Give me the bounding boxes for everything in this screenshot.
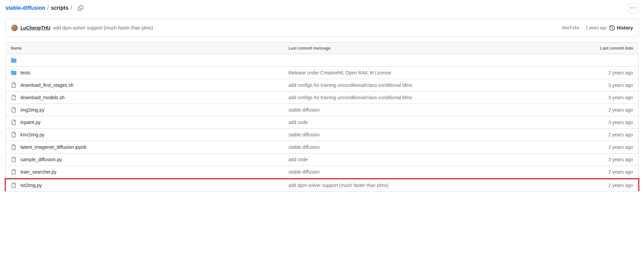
file-name-cell: txt2img.py xyxy=(11,183,288,188)
file-name-cell: train_searcher.py xyxy=(11,169,288,175)
column-header-date: Last commit date xyxy=(566,46,633,51)
avatar[interactable] xyxy=(11,24,18,31)
file-icon xyxy=(11,95,16,100)
file-link[interactable]: txt2img.py xyxy=(20,183,42,188)
commit-date: 2 years ago xyxy=(566,70,633,75)
commit-message-link[interactable]: stable diffusion xyxy=(288,169,566,175)
breadcrumb-separator: / xyxy=(47,5,49,11)
file-table: .. testsRelease under CreativeML Open RA… xyxy=(5,54,639,192)
table-row: download_first_stages.shadd configs for … xyxy=(6,79,638,91)
commit-message-link[interactable]: stable diffusion xyxy=(288,107,566,113)
commit-author-link[interactable]: LuChengTHU xyxy=(20,25,50,30)
commit-message-link[interactable]: add code xyxy=(288,120,566,125)
commit-date: 3 years ago xyxy=(566,120,633,125)
table-row: train_searcher.pystable diffusion2 years… xyxy=(6,166,638,178)
file-name-cell: inpaint.py xyxy=(11,120,288,125)
folder-link[interactable]: tests xyxy=(20,70,31,75)
file-icon xyxy=(11,82,16,88)
folder-icon xyxy=(11,70,16,75)
commit-message-link[interactable]: add dpm-solver support (much faster than… xyxy=(288,183,566,188)
table-row: sample_diffusion.pyadd code3 years ago xyxy=(6,153,638,166)
file-name-cell: knn2img.py xyxy=(11,132,288,137)
file-name-cell: latent_imagenet_diffusion.ipynb xyxy=(11,144,288,150)
latest-commit-header: LuChengTHU add dpm-solver support (much … xyxy=(6,19,638,37)
meta-separator: · xyxy=(582,25,583,30)
file-link[interactable]: latent_imagenet_diffusion.ipynb xyxy=(20,144,87,150)
breadcrumb-repo-link[interactable]: stable-diffusion xyxy=(5,5,45,11)
commit-message-link[interactable]: add dpm-solver support (much faster than… xyxy=(53,25,153,30)
table-row: knn2img.pystable diffusion2 years ago xyxy=(6,129,638,141)
file-name-cell: img2img.py xyxy=(11,107,288,113)
commit-meta: 8ee518a · 2 years ago History xyxy=(562,25,633,30)
commit-date: 2 years ago xyxy=(566,183,633,188)
file-name-cell: sample_diffusion.py xyxy=(11,157,288,162)
commit-message-link[interactable]: stable diffusion xyxy=(288,132,566,137)
commit-message-link[interactable]: add configs for training unconditional/c… xyxy=(288,82,566,88)
breadcrumb: stable-diffusion / scripts / xyxy=(5,4,85,12)
commit-message-link[interactable]: Release under CreativeML Open RAIL M Lic… xyxy=(288,70,566,75)
file-link[interactable]: download_models.sh xyxy=(20,95,65,100)
copy-icon xyxy=(78,5,83,11)
file-name-cell: download_models.sh xyxy=(11,95,288,100)
file-icon xyxy=(11,183,16,188)
table-row: latent_imagenet_diffusion.ipynbstable di… xyxy=(6,141,638,153)
file-icon xyxy=(11,132,16,137)
breadcrumb-current: scripts xyxy=(51,5,68,11)
parent-directory-label[interactable]: .. xyxy=(20,58,24,63)
history-link[interactable]: History xyxy=(609,25,633,30)
file-link[interactable]: download_first_stages.sh xyxy=(20,82,73,88)
file-icon xyxy=(11,169,16,175)
file-link[interactable]: knn2img.py xyxy=(20,132,45,137)
file-name-cell: download_first_stages.sh xyxy=(11,82,288,88)
commit-date: 2 years ago xyxy=(566,144,633,150)
commit-hash-link[interactable]: 8ee518a xyxy=(562,25,579,30)
file-link[interactable]: inpaint.py xyxy=(20,120,41,125)
column-header-name: Name xyxy=(11,46,288,51)
table-row: testsRelease under CreativeML Open RAIL … xyxy=(6,67,638,79)
table-row: txt2img.pyadd dpm-solver support (much f… xyxy=(5,178,639,191)
file-link[interactable]: train_searcher.py xyxy=(20,169,56,175)
commit-box: LuChengTHU add dpm-solver support (much … xyxy=(5,19,639,37)
commit-date: 2 years ago xyxy=(586,25,607,30)
parent-directory-row[interactable]: .. xyxy=(6,54,638,67)
column-header-message: Last commit message xyxy=(288,46,566,51)
history-icon xyxy=(609,25,615,30)
commit-info: LuChengTHU add dpm-solver support (much … xyxy=(11,24,153,31)
commit-message-link[interactable]: add code xyxy=(288,157,566,162)
file-icon xyxy=(11,107,16,113)
table-row: inpaint.pyadd code3 years ago xyxy=(6,116,638,129)
file-table-header: Name Last commit message Last commit dat… xyxy=(5,42,639,54)
commit-date: 2 years ago xyxy=(566,169,633,175)
copy-path-button[interactable] xyxy=(76,4,85,12)
commit-date: 2 years ago xyxy=(566,132,633,137)
breadcrumb-separator: / xyxy=(70,5,72,11)
commit-date: 3 years ago xyxy=(566,95,633,100)
table-row: img2img.pystable diffusion2 years ago xyxy=(6,104,638,116)
file-icon xyxy=(11,144,16,150)
commit-message-link[interactable]: stable diffusion xyxy=(288,144,566,150)
commit-date: 3 years ago xyxy=(566,82,633,88)
file-icon xyxy=(11,120,16,125)
file-link[interactable]: sample_diffusion.py xyxy=(20,157,62,162)
history-label: History xyxy=(617,25,633,30)
file-name-cell: tests xyxy=(11,70,288,75)
file-link[interactable]: img2img.py xyxy=(20,107,45,113)
commit-message-link[interactable]: add configs for training unconditional/c… xyxy=(288,95,566,100)
top-bar: stable-diffusion / scripts / xyxy=(5,0,639,19)
table-row: download_models.shadd configs for traini… xyxy=(6,91,638,104)
commit-date: 3 years ago xyxy=(566,157,633,162)
more-options-button[interactable] xyxy=(628,3,639,13)
kebab-icon xyxy=(631,5,636,11)
file-icon xyxy=(11,157,16,162)
commit-date: 2 years ago xyxy=(566,107,633,113)
folder-icon xyxy=(11,58,16,63)
